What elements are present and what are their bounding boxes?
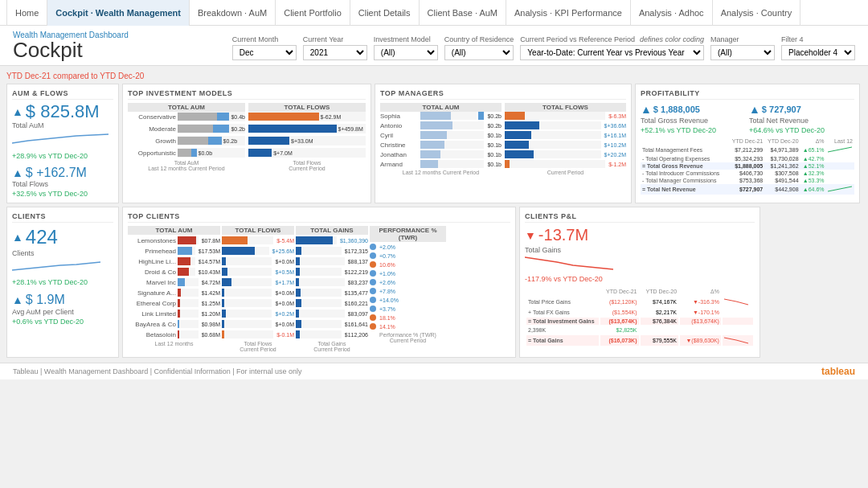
clients-title: CLIENTS bbox=[12, 212, 113, 223]
client-lemonstones-perf: +2.0% bbox=[370, 244, 446, 250]
pnl-table: YTD Dec-21 YTD Dec-20 Δ% Total Price Gai… bbox=[525, 286, 755, 347]
clients-perf-col: PERFORMANCE % (TWR) +2.0% +0.7% 10.6% +1… bbox=[370, 226, 446, 352]
filter-year-select[interactable]: 2021 bbox=[303, 45, 367, 60]
model-row-growth-aum: Growth $0.2b bbox=[128, 136, 245, 146]
total-gains-label: Total Gains bbox=[525, 246, 755, 254]
clients-gains-col: TOTAL GAINS $1,360,390 $172,315 $88,137 … bbox=[296, 226, 368, 352]
total-aum-label: Total AuM bbox=[12, 121, 113, 129]
pnl-row-price: Total Price Gains ($12,120K) $74,167K ▼-… bbox=[526, 297, 753, 307]
filter-period-select[interactable]: Year-to-Date: Current Year vs Previous Y… bbox=[520, 45, 704, 60]
client-link-gains: $83,097 bbox=[296, 310, 368, 318]
pnl-row-total: = Total Gains ($16,073K) $79,555K ▼($89,… bbox=[526, 335, 753, 346]
managers-aum-section: TOTAL AUM Sophia$0.2b Antonio$0.2b Cyril… bbox=[380, 103, 502, 175]
nav-portfolio[interactable]: Client Portfolio bbox=[276, 0, 350, 26]
client-link-perf: +3.7% bbox=[370, 306, 446, 312]
filter-investment-model: Investment Model (All) bbox=[374, 35, 438, 60]
navigation: Home Cockpit · Wealth Management Breakdo… bbox=[0, 0, 868, 26]
filter-month-label: Current Month bbox=[232, 35, 297, 43]
manager-antonio-flows: $+36.6M bbox=[505, 121, 626, 129]
nav-country[interactable]: Analysis · Country bbox=[713, 0, 801, 26]
perf-dot bbox=[370, 252, 376, 259]
total-aum-value: $ 825.8M bbox=[26, 103, 100, 121]
model-row-opportunistic-aum: Opportunistic $0.0b bbox=[128, 148, 245, 158]
filter-model-label: Investment Model bbox=[374, 35, 438, 43]
client-beta-aum: Betasoloin$0.68M bbox=[128, 330, 220, 338]
filter-4: Filter 4 Placeholder 4 bbox=[781, 35, 855, 60]
net-revenue-change: +64.6% vs YTD Dec-20 bbox=[749, 126, 854, 134]
avg-aum-change: +0.6% vs YTD Dec-20 bbox=[12, 318, 113, 326]
perf-dot bbox=[370, 261, 376, 268]
gross-revenue-kpi: ▲$ 1,888,005 Total Gross Revenue +52.1% … bbox=[641, 103, 746, 134]
client-bayarea-gains: $161,641 bbox=[296, 320, 368, 328]
top-row: AuM & FLOWS ▲ $ 825.8M Total AuM +28.9% … bbox=[6, 84, 862, 203]
client-primehead-gains: $172,315 bbox=[296, 247, 368, 255]
perf-dot bbox=[370, 279, 376, 285]
top-clients-title: TOP CLIENTS bbox=[128, 212, 510, 223]
gross-revenue-label: Total Gross Revenue bbox=[641, 117, 746, 125]
gross-revenue-value: $ 1,888,005 bbox=[653, 105, 700, 114]
perf-dot bbox=[370, 297, 376, 303]
flows-arrow-icon: ▲ bbox=[12, 166, 23, 179]
panel-clients-pnl: CLIENTS P&L ▼ -13.7M Total Gains -117.9%… bbox=[519, 207, 760, 358]
perf-dot bbox=[370, 314, 376, 321]
clients-count-label: Clients bbox=[12, 249, 113, 257]
nav-breakdown[interactable]: Breakdown · AuM bbox=[190, 0, 276, 26]
client-beta-flows: $-0.1M bbox=[222, 330, 294, 338]
panel-profitability: PROFITABILITY ▲$ 1,888,005 Total Gross R… bbox=[635, 84, 860, 203]
nav-adhoc[interactable]: Analysis · Adhoc bbox=[631, 0, 713, 26]
filter-year-label: Current Year bbox=[303, 35, 367, 43]
clients-change: +28.1% vs YTD Dec-20 bbox=[12, 278, 113, 286]
title-area: Wealth Management Dashboard Cockpit bbox=[13, 31, 129, 60]
filter-current-year: Current Year 2021 bbox=[303, 35, 367, 60]
client-lemonstones-flows: $-5.4M bbox=[222, 236, 294, 244]
filter-manager-select[interactable]: (All) bbox=[710, 45, 775, 60]
client-link-aum: Link Limited$1.20M bbox=[128, 310, 220, 318]
client-marvel-perf: +2.6% bbox=[370, 279, 446, 285]
model-row-moderate-aum: Moderate $0.2b bbox=[128, 124, 245, 133]
nav-cockpit[interactable]: Cockpit · Wealth Management bbox=[47, 0, 190, 26]
clients-perf-header: PERFORMANCE % (TWR) bbox=[370, 226, 446, 242]
nav-home[interactable]: Home bbox=[6, 0, 47, 26]
profitability-title: PROFITABILITY bbox=[641, 89, 854, 100]
aum-change: +28.9% vs YTD Dec-20 bbox=[12, 152, 113, 160]
nav-clientbase[interactable]: Client Base · AuM bbox=[420, 0, 506, 26]
client-droid-flows: $+0.5M bbox=[222, 268, 294, 276]
model-row-conservative-flows: $-62.9M bbox=[248, 112, 366, 121]
filter-model-select[interactable]: (All) bbox=[374, 45, 438, 60]
prof-row-net-revenue: = Total Net Revenue $727,907 $442,908 ▲6… bbox=[641, 184, 854, 195]
footer-text: Tableau | Wealth Management Dashboard | … bbox=[13, 367, 302, 375]
panel-top-managers: TOP MANAGERS TOTAL AUM Sophia$0.2b Anton… bbox=[375, 84, 632, 203]
filter-month-select[interactable]: Dec bbox=[232, 45, 297, 60]
nav-details[interactable]: Client Details bbox=[350, 0, 420, 26]
client-marvel-flows: $+1.7M bbox=[222, 278, 294, 286]
footer: Tableau | Wealth Management Dashboard | … bbox=[0, 363, 868, 379]
filter4-select[interactable]: Placeholder 4 bbox=[781, 45, 855, 60]
filter-current-month: Current Month Dec bbox=[232, 35, 297, 60]
total-gains-value: -13.7M bbox=[538, 226, 588, 244]
filter-country-select[interactable]: (All) bbox=[444, 45, 514, 60]
flows-section: TOTAL FLOWS $-62.9M $+459.8M bbox=[248, 103, 366, 171]
prof-row-gross-revenue: = Total Gross Revenue $1,888,005 $1,241,… bbox=[641, 162, 854, 170]
client-ethereal-gains: $160,221 bbox=[296, 299, 368, 307]
panel-clients: CLIENTS ▲ 424 Clients +28.1% vs YTD Dec-… bbox=[6, 207, 119, 358]
filter-manager-label: Manager bbox=[710, 35, 775, 43]
clients-count: 424 bbox=[26, 226, 58, 248]
investment-models-title: TOP INVESTMENT MODELS bbox=[128, 89, 366, 100]
client-droid-perf: +1.0% bbox=[370, 270, 446, 277]
client-highline-flows: $+0.0M bbox=[222, 257, 294, 265]
client-signature-perf: +7.8% bbox=[370, 288, 446, 294]
managers-flows-header: TOTAL FLOWS bbox=[505, 103, 626, 112]
aum-section: TOTAL AUM Conservative $0.4b Moderate bbox=[128, 103, 245, 171]
prof-row-op-expenses: - Total Operating Expenses $5,324,293 $3… bbox=[641, 155, 854, 162]
manager-antonio-aum: Antonio$0.2b bbox=[380, 121, 502, 129]
clients-flows-header: TOTAL FLOWS bbox=[222, 226, 294, 235]
clients-arrow-icon: ▲ bbox=[12, 231, 23, 244]
nav-kpi[interactable]: Analysis · KPI Performance bbox=[506, 0, 631, 26]
client-droid-aum: Droid & Co$10.43M bbox=[128, 268, 220, 276]
client-primehead-aum: Primehead$17.53M bbox=[128, 247, 220, 255]
manager-sophia-aum: Sophia$0.2b bbox=[380, 112, 502, 120]
pnl-row-2398: 2,398K $2,825K bbox=[526, 326, 753, 334]
client-ethereal-aum: Ethereal Corp$1.25M bbox=[128, 299, 220, 307]
manager-jonathan-flows: $+20.2M bbox=[505, 150, 626, 158]
dashboard-main: YTD Dec-21 compared to YTD Dec-20 AuM & … bbox=[0, 66, 868, 363]
